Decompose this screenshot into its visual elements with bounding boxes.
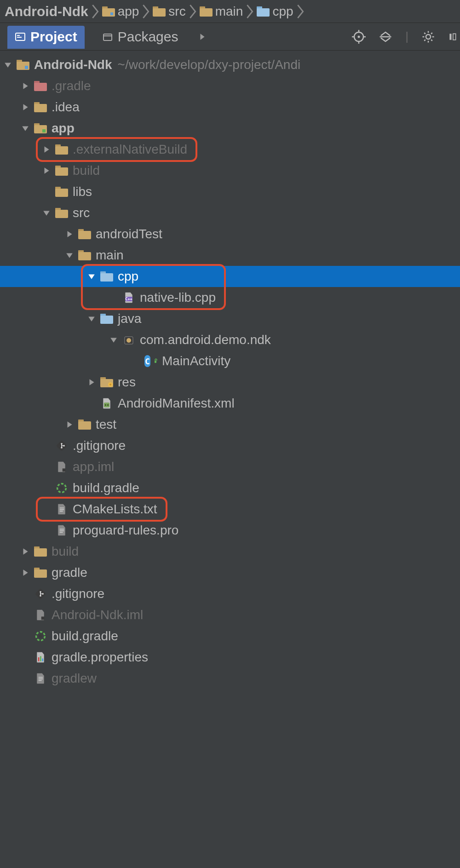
tree-label: .gitignore (73, 438, 126, 453)
tree-item[interactable]: CMainActivity (0, 351, 460, 372)
folder-icon (34, 80, 47, 92)
tree-item[interactable]: .externalNativeBuild (0, 139, 460, 160)
expand-right-icon[interactable] (21, 569, 29, 577)
tree-label: .gradle (52, 79, 91, 93)
tree-item[interactable]: app.iml (0, 456, 460, 477)
tree-label: test (96, 417, 116, 432)
svg-rect-32 (55, 167, 68, 176)
svg-rect-67 (60, 509, 64, 510)
tree-item[interactable]: build.gradle (0, 477, 460, 499)
tree-item[interactable]: androidTest (0, 224, 460, 245)
expand-right-icon[interactable] (21, 547, 29, 556)
tree-item[interactable]: Android-Ndk.iml (0, 604, 460, 626)
expand-right-icon[interactable] (65, 230, 74, 238)
expand-tabs-icon[interactable] (198, 33, 207, 41)
svg-rect-58 (78, 421, 91, 430)
tree-item[interactable]: proguard-rules.pro (0, 520, 460, 541)
tree-item[interactable]: gradle (0, 562, 460, 583)
tab-label: Packages (118, 29, 178, 45)
folder-icon (55, 207, 68, 218)
svg-point-56 (107, 404, 109, 406)
tool-window-tabs: Project Packages | (0, 23, 460, 51)
tree-label: src (73, 206, 90, 220)
svg-rect-8 (257, 8, 270, 17)
expand-down-icon[interactable] (109, 336, 118, 344)
svg-rect-28 (42, 129, 46, 132)
tree-item[interactable]: res (0, 372, 460, 393)
svg-rect-25 (34, 104, 47, 112)
bc-src[interactable]: src (151, 4, 187, 19)
hide-icon[interactable] (448, 30, 457, 44)
bc-cpp[interactable]: cpp (255, 4, 295, 19)
svg-rect-80 (41, 616, 45, 620)
tree-root[interactable]: Android-Ndk ~/work/develop/dxy-project/A… (0, 54, 460, 75)
svg-rect-88 (39, 680, 42, 681)
tree-label: proguard-rules.pro (73, 523, 178, 538)
expand-right-icon[interactable] (87, 378, 96, 386)
module-icon (17, 59, 29, 70)
folder-icon (200, 6, 213, 17)
svg-rect-2 (110, 12, 113, 15)
expand-down-icon[interactable] (87, 315, 96, 323)
bc-main[interactable]: main (198, 4, 245, 19)
tree-item[interactable]: gradle.properties (0, 647, 460, 668)
expand-right-icon[interactable] (21, 103, 29, 111)
tree-item[interactable]: build.gradle (0, 626, 460, 647)
tree-item[interactable]: main (0, 245, 460, 266)
tree-item[interactable]: .gitignore (0, 583, 460, 604)
bc-root[interactable]: Android-Ndk (3, 4, 90, 19)
expand-right-icon[interactable] (42, 145, 51, 154)
tree-item[interactable]: CMakeLists.txt (0, 499, 460, 520)
expand-right-icon[interactable] (42, 167, 51, 175)
folder-icon (100, 377, 113, 388)
expand-down-icon[interactable] (87, 272, 96, 281)
svg-point-82 (39, 635, 42, 638)
tree-item[interactable]: build (0, 160, 460, 181)
expand-down-icon[interactable] (42, 209, 51, 217)
tree-label: res (118, 375, 136, 390)
tree-item[interactable]: app (0, 118, 460, 139)
collapse-icon[interactable] (379, 30, 392, 44)
tree-item[interactable]: .gitignore (0, 435, 460, 456)
cpp-file-icon: C++ (122, 292, 135, 303)
svg-rect-23 (34, 83, 47, 91)
tree-item[interactable]: .gradle (0, 75, 460, 97)
expand-down-icon[interactable] (21, 124, 29, 132)
bc-app[interactable]: app (100, 4, 141, 19)
chevron-right-icon (142, 4, 150, 19)
svg-point-55 (105, 404, 106, 406)
tree-item[interactable]: test (0, 414, 460, 435)
expand-icon[interactable] (4, 61, 12, 69)
svg-rect-86 (39, 677, 43, 678)
expand-down-icon[interactable] (65, 251, 74, 259)
target-icon[interactable] (352, 30, 366, 44)
svg-rect-73 (34, 548, 47, 557)
tree-item[interactable]: cpp (0, 266, 460, 287)
tree-label: .gitignore (52, 586, 104, 601)
tree-item[interactable]: libs (0, 181, 460, 202)
chevron-right-icon (91, 4, 99, 19)
gear-icon[interactable] (421, 30, 435, 44)
tree-item[interactable]: .idea (0, 97, 460, 118)
svg-rect-83 (38, 657, 40, 661)
tree-label: build.gradle (73, 481, 139, 495)
text-file-icon (34, 673, 47, 684)
tree-item[interactable]: com.android.demo.ndk (0, 329, 460, 351)
tree-item[interactable]: src (0, 202, 460, 224)
properties-icon (34, 652, 47, 663)
tab-packages[interactable]: Packages (95, 26, 186, 48)
expand-right-icon[interactable] (21, 82, 29, 90)
svg-point-48 (126, 338, 131, 343)
svg-rect-69 (60, 529, 64, 530)
tree-label: gradlew (52, 671, 97, 686)
tree-item[interactable]: AndroidManifest.xml (0, 393, 460, 414)
tab-project[interactable]: Project (7, 26, 85, 48)
expand-right-icon[interactable] (65, 420, 74, 429)
tree-item[interactable]: C++native-lib.cpp (0, 287, 460, 308)
svg-rect-68 (60, 511, 63, 512)
tree-item[interactable]: java (0, 308, 460, 329)
folder-icon (100, 271, 113, 282)
tree-item[interactable]: build (0, 541, 460, 562)
class-icon: C (144, 356, 157, 367)
tree-item[interactable]: gradlew (0, 668, 460, 689)
